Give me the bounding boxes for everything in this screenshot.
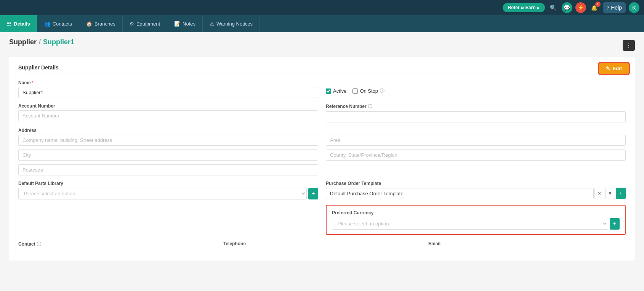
email-group: Email bbox=[428, 241, 626, 246]
account-number-input[interactable] bbox=[18, 110, 318, 121]
tab-branches[interactable]: 🏠 Branches bbox=[79, 15, 123, 32]
search-icon[interactable]: 🔍 bbox=[548, 2, 559, 13]
kebab-menu-button[interactable]: ⋮ bbox=[623, 40, 635, 51]
preferred-currency-highlighted-box: Preferred Currency Please select an opti… bbox=[326, 205, 626, 235]
account-number-label: Account Number bbox=[18, 103, 318, 109]
active-label: Active bbox=[333, 88, 346, 94]
area-county-group: Address bbox=[326, 128, 626, 161]
county-input[interactable] bbox=[326, 150, 626, 161]
telephone-group: Telephone bbox=[223, 241, 421, 246]
on-stop-info-icon[interactable]: ⓘ bbox=[380, 88, 384, 94]
default-parts-library-add-button[interactable]: + bbox=[308, 188, 318, 199]
po-dropdown-button[interactable]: ▼ bbox=[605, 188, 615, 199]
contact-row: Contact ⓘ Telephone Email bbox=[18, 241, 626, 248]
page-header: Supplier / Supplier1 ⋮ bbox=[9, 38, 635, 52]
tab-details[interactable]: ☷ Details bbox=[0, 15, 37, 32]
supplier-details-card: Supplier Details ✎ Edit Name* Active bbox=[9, 57, 635, 260]
status-checkboxes: Active On Stop ⓘ bbox=[326, 80, 626, 94]
postcode-input[interactable] bbox=[18, 164, 318, 175]
purchase-order-template-input[interactable] bbox=[326, 188, 594, 199]
on-stop-checkbox-item: On Stop ⓘ bbox=[352, 88, 384, 94]
alert-icon[interactable]: ⚡ bbox=[575, 2, 586, 13]
equipment-icon: ⚙ bbox=[130, 21, 134, 27]
active-checkbox-item: Active bbox=[326, 88, 346, 94]
page-content: Supplier / Supplier1 ⋮ Supplier Details … bbox=[0, 32, 644, 267]
po-select-wrapper: ✕ ▼ + bbox=[326, 188, 626, 199]
details-icon: ☷ bbox=[7, 21, 11, 27]
on-stop-label: On Stop bbox=[360, 88, 378, 94]
tab-equipment[interactable]: ⚙ Equipment bbox=[123, 15, 167, 32]
default-parts-library-group: Default Parts Library Please select an o… bbox=[18, 181, 318, 199]
tab-bar: ☷ Details 👥 Contacts 🏠 Branches ⚙ Equipm… bbox=[0, 15, 644, 32]
account-reference-row: Account Number Reference Number ⓘ bbox=[18, 103, 626, 122]
preferred-currency-select[interactable]: Please select an option... bbox=[332, 218, 608, 230]
header-actions: ⋮ bbox=[623, 40, 635, 51]
contacts-icon: 👥 bbox=[44, 21, 50, 27]
branches-icon: 🏠 bbox=[86, 21, 92, 27]
section-title: Supplier Details bbox=[18, 64, 626, 74]
account-number-group: Account Number bbox=[18, 103, 318, 121]
reference-number-input[interactable] bbox=[326, 111, 626, 122]
area-input[interactable] bbox=[326, 135, 626, 146]
address-group: Address bbox=[18, 128, 318, 175]
library-po-row: Default Parts Library Please select an o… bbox=[18, 181, 626, 199]
breadcrumb: Supplier / Supplier1 bbox=[9, 38, 74, 46]
email-label: Email bbox=[428, 241, 626, 246]
edit-button[interactable]: ✎ Edit bbox=[599, 63, 629, 74]
tab-contacts[interactable]: 👥 Contacts bbox=[37, 15, 79, 32]
reference-number-group: Reference Number ⓘ bbox=[326, 103, 626, 122]
address-row: Address Address bbox=[18, 128, 626, 175]
telephone-label: Telephone bbox=[223, 241, 421, 246]
on-stop-checkbox[interactable] bbox=[352, 88, 358, 94]
breadcrumb-current: Supplier1 bbox=[43, 38, 74, 46]
warning-icon: ⚠ bbox=[210, 21, 214, 27]
help-button[interactable]: ? Help bbox=[603, 2, 626, 13]
address-label: Address bbox=[18, 128, 318, 133]
breadcrumb-parent: Supplier bbox=[9, 38, 37, 46]
chat-icon[interactable]: 💬 bbox=[562, 2, 572, 13]
active-checkbox[interactable] bbox=[326, 88, 331, 94]
name-label: Name* bbox=[18, 80, 318, 85]
default-parts-library-select-wrapper: Please select an option... + bbox=[18, 188, 318, 199]
notification-badge: 1 bbox=[595, 2, 601, 7]
contact-label: Contact ⓘ bbox=[18, 241, 216, 248]
preferred-currency-add-button[interactable]: + bbox=[610, 218, 620, 230]
reference-info-icon[interactable]: ⓘ bbox=[368, 104, 372, 109]
checkbox-row: Active On Stop ⓘ bbox=[326, 80, 626, 94]
avatar[interactable]: K bbox=[629, 2, 639, 13]
refer-earn-button[interactable]: Refer & Earn » bbox=[503, 3, 545, 12]
preferred-currency-label: Preferred Currency bbox=[332, 210, 620, 215]
name-input[interactable] bbox=[18, 87, 318, 98]
name-field-group: Name* bbox=[18, 80, 318, 98]
name-row: Name* Active On Stop ⓘ bbox=[18, 80, 626, 98]
preferred-currency-select-wrapper: Please select an option... + bbox=[332, 218, 620, 230]
edit-icon: ✎ bbox=[606, 66, 610, 71]
po-clear-button[interactable]: ✕ bbox=[594, 188, 604, 199]
notification-icon[interactable]: 🔔 1 bbox=[589, 2, 600, 13]
top-navigation: Refer & Earn » 🔍 💬 ⚡ 🔔 1 ? Help K bbox=[0, 0, 644, 15]
contact-info-icon[interactable]: ⓘ bbox=[37, 241, 41, 247]
city-input[interactable] bbox=[18, 150, 318, 161]
breadcrumb-separator: / bbox=[39, 38, 41, 46]
address-line1-input[interactable] bbox=[18, 135, 318, 146]
preferred-currency-row: Preferred Currency Please select an opti… bbox=[18, 205, 626, 235]
default-parts-library-select[interactable]: Please select an option... bbox=[18, 188, 307, 199]
reference-number-label: Reference Number ⓘ bbox=[326, 103, 626, 110]
po-add-button[interactable]: + bbox=[616, 188, 626, 199]
default-parts-library-label: Default Parts Library bbox=[18, 181, 318, 186]
purchase-order-template-label: Purchase Order Template bbox=[326, 181, 626, 186]
preferred-currency-group: Preferred Currency Please select an opti… bbox=[326, 205, 626, 235]
purchase-order-template-group: Purchase Order Template ✕ ▼ + bbox=[326, 181, 626, 199]
tab-notes[interactable]: 📝 Notes bbox=[167, 15, 203, 32]
contact-group: Contact ⓘ bbox=[18, 241, 216, 248]
tab-warning-notices[interactable]: ⚠ Warning Notices bbox=[203, 15, 260, 32]
notes-icon: 📝 bbox=[174, 21, 180, 27]
